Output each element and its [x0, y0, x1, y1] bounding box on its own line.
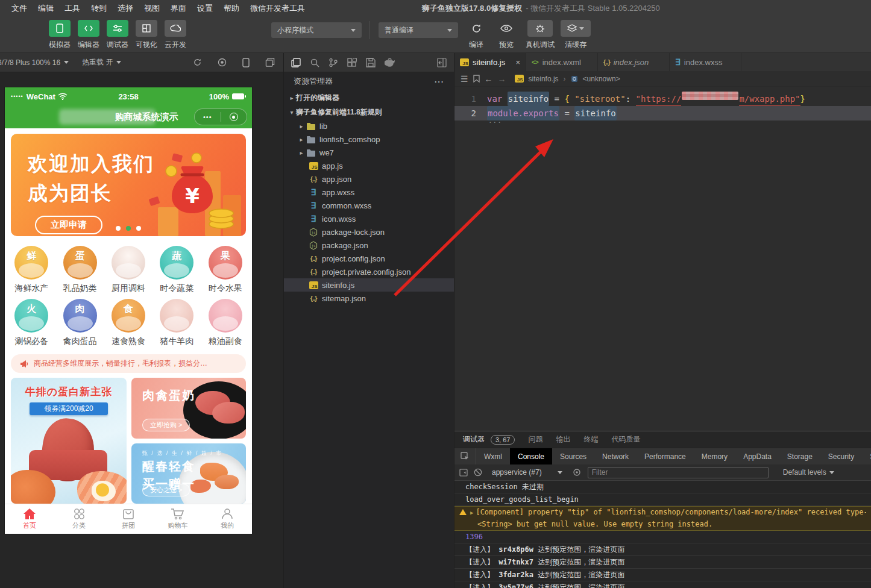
- extensions-icon[interactable]: [347, 58, 357, 67]
- log-row-enter[interactable]: 【进入】 sr4x8p6w 达到预定范围，渲染进页面: [454, 543, 871, 556]
- carousel-dots[interactable]: [11, 226, 246, 231]
- notice-bar[interactable]: 商品经营多维度展示，销量排行，毛利报表，损益分…: [11, 354, 246, 373]
- devtools-tab-wxml[interactable]: Wxml: [476, 448, 510, 464]
- devtools-tab-console[interactable]: Console: [510, 448, 552, 464]
- tab-cart[interactable]: 购物车: [153, 504, 203, 534]
- tab-index-wxss[interactable]: ∃ index.wxss: [670, 53, 741, 71]
- tab-group-buy[interactable]: 拼团: [104, 504, 153, 534]
- log-row-enter[interactable]: 【进入】 wi7tnkx7 达到预定范围，渲染进页面: [454, 556, 871, 569]
- record-icon[interactable]: [218, 58, 227, 67]
- remote-debug-button[interactable]: 真机调试: [521, 20, 559, 50]
- category-seasoning[interactable]: 厨用调料: [104, 246, 153, 294]
- context-select[interactable]: appservice (#7): [488, 467, 566, 478]
- tab-home[interactable]: 首页: [5, 504, 54, 534]
- visualization-button[interactable]: 可视化: [132, 20, 161, 50]
- close-tab-icon[interactable]: ×: [515, 58, 520, 67]
- hot-reload-toggle[interactable]: 热重载 开: [82, 57, 121, 67]
- devtools-tab-security[interactable]: Security: [820, 448, 862, 464]
- menu-select[interactable]: 选择: [112, 3, 139, 14]
- category-fruits[interactable]: 果时令水果: [201, 246, 250, 294]
- save-icon[interactable]: [366, 58, 376, 67]
- console-filter-input[interactable]: [588, 467, 769, 478]
- tab-output[interactable]: 输出: [556, 434, 570, 445]
- source-control-icon[interactable]: [329, 58, 338, 67]
- tree-item-package-json[interactable]: jspackage.json: [284, 239, 454, 252]
- simulator-button[interactable]: 模拟器: [45, 20, 74, 50]
- tree-item-project-config-json[interactable]: {..}project.config.json: [284, 252, 454, 265]
- restart-icon[interactable]: [193, 58, 202, 67]
- inspect-element-icon[interactable]: [454, 448, 476, 464]
- files-icon[interactable]: [291, 58, 301, 67]
- tab-terminal[interactable]: 终端: [583, 434, 598, 445]
- expand-caret-icon[interactable]: ▶: [470, 510, 473, 516]
- forward-icon[interactable]: →: [498, 74, 506, 84]
- devtools-tab-service[interactable]: Ser: [862, 448, 871, 464]
- apply-now-button[interactable]: 立即申请: [35, 216, 102, 234]
- compile-button[interactable]: 编译: [461, 20, 491, 50]
- tab-problems[interactable]: 问题: [528, 434, 542, 445]
- log-row[interactable]: checkSession 未过期: [454, 481, 871, 493]
- more-icon[interactable]: •••: [195, 113, 221, 120]
- tab-debugger[interactable]: 调试器: [463, 434, 485, 445]
- tab-index-wxml[interactable]: <> index.wxml: [526, 53, 598, 71]
- promo-card-meat[interactable]: 肉禽蛋奶 立即抢购 >: [131, 378, 246, 438]
- menu-file[interactable]: 文件: [6, 3, 33, 14]
- log-row[interactable]: load_over_goods_list_begin: [454, 493, 871, 506]
- sidebar-toggle-icon[interactable]: [459, 469, 468, 477]
- exit-target-icon[interactable]: [221, 113, 247, 121]
- devtools-tab-memory[interactable]: Memory: [694, 448, 735, 464]
- tab-category[interactable]: 分类: [54, 504, 104, 534]
- menu-help[interactable]: 帮助: [218, 3, 245, 14]
- more-actions-icon[interactable]: ···: [435, 77, 444, 86]
- promo-card-fresh[interactable]: 甄 / 选 / 生 / 鲜 / 超 / 市 醒春轻食 买一赠一 安心之选 >: [131, 443, 246, 504]
- cloud-dev-button[interactable]: 云开发: [161, 20, 190, 50]
- devtools-tab-network[interactable]: Network: [594, 448, 637, 464]
- category-dairy[interactable]: 蛋乳品奶类: [55, 246, 104, 294]
- category-meat[interactable]: 猪牛羊肉: [153, 299, 201, 347]
- devtools-tab-appdata[interactable]: AppData: [735, 448, 779, 464]
- tree-item-lionfish-comshop[interactable]: ▸lionfish_comshop: [284, 133, 454, 146]
- menu-view[interactable]: 视图: [139, 3, 165, 14]
- promo-banner[interactable]: 欢迎加入我们 成为团长 立即申请 ¥: [11, 134, 246, 236]
- tab-me[interactable]: 我的: [203, 504, 252, 534]
- editor-button[interactable]: 编辑器: [74, 20, 103, 50]
- category-seafood[interactable]: 鲜海鲜水产: [7, 246, 55, 294]
- tree-item-sitemap-json[interactable]: {..}sitemap.json: [284, 292, 454, 305]
- tree-item-app-json[interactable]: {..}app.json: [284, 172, 454, 186]
- category-vegetables[interactable]: 蔬时令蔬菜: [153, 246, 201, 294]
- log-row-enter[interactable]: 【进入】 3y5n77y6 达到预定范围，渲染进页面: [454, 581, 871, 588]
- code-editor[interactable]: 1 var siteinfo = { "siteroot": "https://…: [454, 87, 871, 431]
- device-select[interactable]: 6/7/8 Plus 100% 16: [0, 58, 69, 67]
- tree-item-package-lock-json[interactable]: jspackage-lock.json: [284, 225, 454, 239]
- buy-now-button[interactable]: 立即抢购 >: [142, 419, 190, 431]
- mode-select[interactable]: 小程序模式: [271, 22, 362, 38]
- clear-cache-button[interactable]: 清缓存: [559, 20, 593, 50]
- teapot-icon[interactable]: [385, 58, 395, 67]
- tree-item-app-js[interactable]: JSapp.js: [284, 159, 454, 172]
- bookmark-icon[interactable]: [473, 75, 480, 83]
- tree-item-icon-wxss[interactable]: ∃icon.wxss: [284, 212, 454, 225]
- breadcrumb-symbol[interactable]: <unknown>: [583, 75, 620, 83]
- tab-code-quality[interactable]: 代码质量: [611, 434, 640, 445]
- category-instant-food[interactable]: 食速食熟食: [104, 299, 153, 347]
- search-icon[interactable]: [310, 58, 319, 67]
- multi-window-icon[interactable]: [265, 58, 275, 67]
- breadcrumb-file[interactable]: siteinfo.js: [529, 75, 559, 83]
- tree-item-app-wxss[interactable]: ∃app.wxss: [284, 186, 454, 199]
- tree-item-project-private-config-json[interactable]: {..}project.private.config.json: [284, 265, 454, 278]
- category-grain-oil[interactable]: 粮油副食: [201, 299, 250, 347]
- menu-goto[interactable]: 转到: [86, 3, 112, 14]
- promo-card-steak[interactable]: 牛排の蛋白新主张 领券满200减20: [11, 378, 127, 503]
- menu-devtools[interactable]: 微信开发者工具: [245, 3, 310, 14]
- tree-item-common-wxss[interactable]: ∃common.wxss: [284, 199, 454, 212]
- outline-icon[interactable]: ☰: [461, 74, 468, 84]
- open-editors-section[interactable]: ▸ 打开的编辑器: [284, 90, 454, 105]
- safe-choice-button[interactable]: 安心之选 >: [142, 484, 190, 496]
- devtools-tab-sources[interactable]: Sources: [552, 448, 594, 464]
- tab-index-json[interactable]: {..} index.json: [598, 53, 670, 71]
- project-root-folder[interactable]: ▾ 狮子鱼修复前端11.8新规则: [284, 105, 454, 119]
- log-row[interactable]: 1396: [454, 531, 871, 543]
- compile-mode-select[interactable]: 普通编译: [379, 22, 458, 38]
- tab-siteinfo-js[interactable]: JS siteinfo.js ×: [454, 53, 526, 71]
- device-frame-icon[interactable]: [242, 58, 250, 67]
